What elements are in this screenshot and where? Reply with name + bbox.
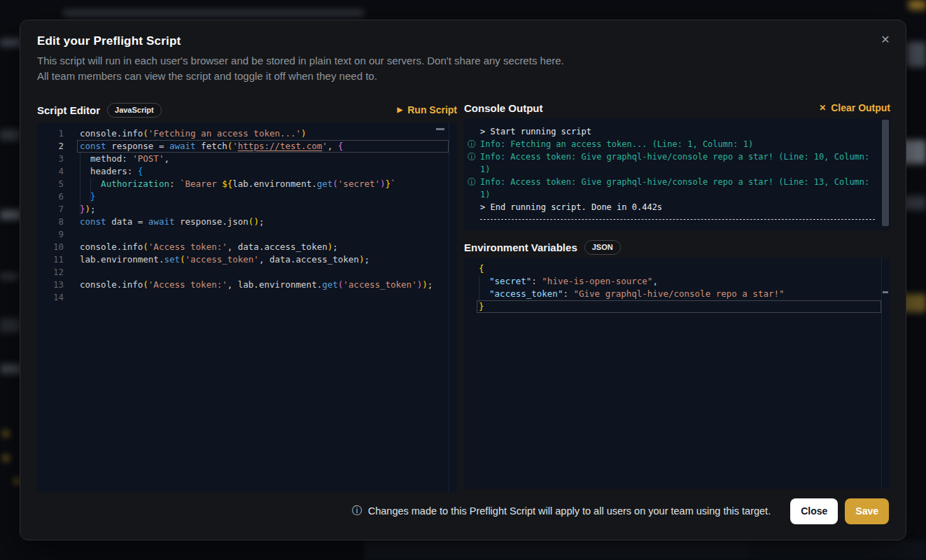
backdrop-blur-shape bbox=[909, 0, 926, 10]
line-number: 6 bbox=[37, 190, 68, 203]
info-icon: ⓘ bbox=[352, 505, 362, 517]
script-editor-section: Script Editor JavaScript ▶ Run Script 1c… bbox=[37, 97, 457, 493]
code-line: "secret": "hive-is-open-source", bbox=[464, 275, 890, 288]
log-icon-slot bbox=[467, 201, 480, 214]
env-variables-header: Environment Variables JSON bbox=[464, 237, 890, 258]
play-icon: ▶ bbox=[398, 106, 403, 113]
page: Edit your Preflight Script This script w… bbox=[0, 0, 926, 560]
line-number: 9 bbox=[37, 228, 68, 241]
code-line: 2const response = await fetch('https://t… bbox=[37, 140, 457, 153]
backdrop-blur-shape bbox=[364, 540, 753, 560]
script-editor-header: Script Editor JavaScript ▶ Run Script bbox=[37, 97, 457, 122]
console-output-header: Console Output ✕ Clear Output bbox=[464, 97, 890, 118]
code-line: 5 Authorization: `Bearer ${lab.environme… bbox=[37, 178, 457, 190]
code-line: 6 } bbox=[37, 190, 457, 203]
console-line: > End running script. Done in 0.442s bbox=[467, 201, 890, 214]
dialog-footer: ⓘ Changes made to this Preflight Script … bbox=[352, 498, 889, 524]
code-line: { bbox=[464, 262, 890, 275]
console-separator bbox=[480, 219, 875, 220]
console-line: ⓘInfo: Fetching an access token... (Line… bbox=[467, 138, 890, 150]
code-line: 14 bbox=[37, 291, 457, 304]
run-script-label: Run Script bbox=[407, 104, 457, 115]
code-line: 3 method: 'POST', bbox=[37, 153, 457, 165]
info-icon: ⓘ bbox=[467, 150, 480, 176]
backdrop-blur-shape bbox=[0, 364, 21, 374]
backdrop-blur-shape bbox=[753, 540, 926, 560]
run-script-button[interactable]: ▶ Run Script bbox=[398, 104, 457, 115]
console-scrollbar-thumb[interactable] bbox=[882, 120, 889, 226]
clear-output-button[interactable]: ✕ Clear Output bbox=[819, 102, 890, 113]
backdrop-blur-shape bbox=[907, 42, 926, 67]
console-output-title: Console Output bbox=[464, 102, 543, 114]
backdrop-blur-shape bbox=[0, 210, 21, 220]
script-editor-title: Script Editor bbox=[37, 104, 100, 116]
dialog-description-line1: This script will run in each user's brow… bbox=[37, 53, 564, 69]
console-line-text: Info: Access token: Give graphql-hive/co… bbox=[480, 176, 890, 201]
code-line: } bbox=[464, 300, 890, 313]
console-output-panel: > Start running scriptⓘInfo: Fetching an… bbox=[464, 118, 890, 230]
footer-note: ⓘ Changes made to this Preflight Script … bbox=[352, 505, 771, 517]
console-line: ⓘInfo: Access token: Give graphql-hive/c… bbox=[467, 176, 890, 201]
line-number: 2 bbox=[37, 140, 68, 153]
line-number: 12 bbox=[37, 266, 68, 279]
line-number: 14 bbox=[37, 291, 68, 304]
page-title: Edit your Preflight Script bbox=[37, 34, 181, 48]
code-line: 13console.info('Access token:', lab.envi… bbox=[37, 279, 457, 291]
clear-output-label: Clear Output bbox=[831, 102, 890, 113]
console-line-text: > Start running script bbox=[480, 125, 890, 138]
script-code-editor[interactable]: 1console.info('Fetching an access token.… bbox=[37, 122, 457, 493]
code-line: 7}); bbox=[37, 203, 457, 216]
json-badge: JSON bbox=[584, 240, 621, 255]
console-line: > Start running script bbox=[467, 125, 890, 138]
env-variables-title: Environment Variables bbox=[464, 241, 577, 253]
backdrop-blur-shape bbox=[0, 130, 20, 141]
footer-note-text: Changes made to this Preflight Script wi… bbox=[368, 505, 771, 517]
console-line: ⓘInfo: Access token: Give graphql-hive/c… bbox=[467, 150, 890, 176]
env-variables-editor[interactable]: { "secret": "hive-is-open-source", "acce… bbox=[464, 258, 890, 489]
code-line: "access_token": "Give graphql-hive/conso… bbox=[464, 288, 890, 300]
backdrop-blur-shape bbox=[3, 455, 9, 461]
backdrop-blur-shape bbox=[0, 318, 21, 332]
backdrop-blur-shape bbox=[0, 273, 18, 280]
dialog-description-line2: All team members can view the script and… bbox=[37, 69, 564, 84]
code-line: 9 bbox=[37, 228, 457, 241]
code-line: 1console.info('Fetching an access token.… bbox=[37, 127, 457, 140]
code-line: 12 bbox=[37, 266, 457, 279]
backdrop-blur-shape bbox=[3, 430, 9, 437]
backdrop-blur-shape bbox=[0, 38, 21, 47]
code-line: 10console.info('Access token:', data.acc… bbox=[37, 241, 457, 253]
close-icon[interactable]: ✕ bbox=[876, 30, 895, 48]
console-line-text: Info: Fetching an access token... (Line:… bbox=[480, 138, 890, 150]
console-line-text: Info: Access token: Give graphql-hive/co… bbox=[480, 150, 890, 176]
line-number: 10 bbox=[37, 241, 68, 253]
console-line-text: > End running script. Done in 0.442s bbox=[480, 201, 890, 214]
line-number: 3 bbox=[37, 153, 68, 165]
line-number: 4 bbox=[37, 165, 68, 178]
info-icon: ⓘ bbox=[467, 138, 480, 150]
line-number: 8 bbox=[37, 216, 68, 228]
clear-icon: ✕ bbox=[819, 104, 826, 112]
save-button[interactable]: Save bbox=[845, 498, 889, 524]
output-section: Console Output ✕ Clear Output > Start ru… bbox=[464, 97, 890, 489]
info-icon: ⓘ bbox=[467, 176, 480, 201]
line-number: 11 bbox=[37, 253, 68, 266]
code-line: 8const data = await response.json(); bbox=[37, 216, 457, 228]
line-number: 5 bbox=[37, 178, 68, 190]
code-line: 11lab.environment.set('access_token', da… bbox=[37, 253, 457, 266]
preflight-script-dialog: Edit your Preflight Script This script w… bbox=[20, 20, 906, 540]
code-line: 4 headers: { bbox=[37, 165, 457, 178]
close-button[interactable]: Close bbox=[790, 498, 838, 524]
dialog-description: This script will run in each user's brow… bbox=[37, 53, 564, 84]
line-number: 1 bbox=[37, 127, 68, 140]
line-number: 7 bbox=[37, 203, 68, 216]
line-number: 13 bbox=[37, 279, 68, 291]
javascript-badge: JavaScript bbox=[107, 103, 162, 118]
log-icon-slot bbox=[467, 125, 480, 138]
backdrop-blur-shape bbox=[63, 10, 364, 16]
